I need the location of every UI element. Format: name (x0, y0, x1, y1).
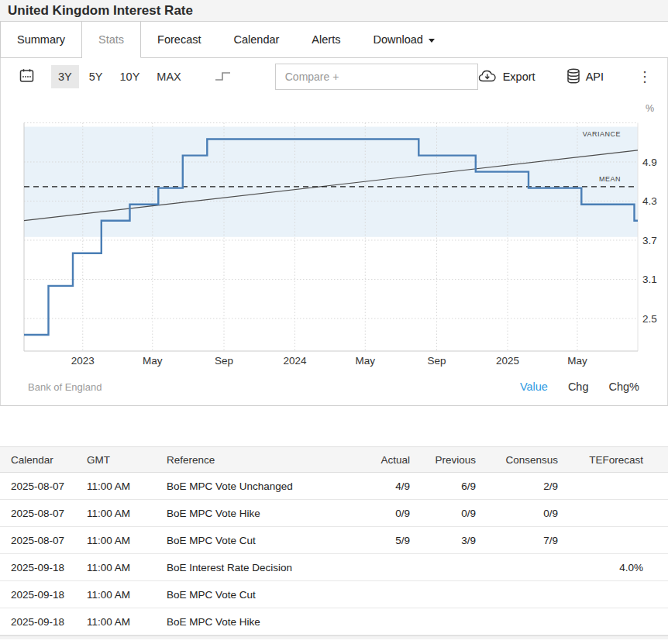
table-cell (362, 554, 418, 581)
date-range-picker-button[interactable] (16, 65, 37, 88)
tab-summary[interactable]: Summary (0, 22, 82, 57)
tab-download[interactable]: Download (356, 22, 451, 57)
table-cell: BoE Interest Rate Decision (167, 554, 362, 581)
column-header: Previous (418, 447, 484, 473)
table-cell: BoE MPC Vote Cut (167, 581, 362, 608)
table-cell (566, 527, 668, 554)
toolbar-right-group: Export API ⋮ (478, 68, 656, 86)
y-tick-label: 3.1 (642, 274, 657, 285)
table-cell: BoE MPC Vote Hike (167, 500, 362, 527)
table-cell: 3/9 (418, 527, 484, 554)
table-cell: 6/9 (418, 473, 484, 500)
x-tick-label: Sep (215, 355, 233, 367)
tab-calendar[interactable]: Calendar (218, 22, 296, 57)
api-button[interactable]: API (566, 68, 604, 86)
tab-label: Stats (98, 33, 124, 46)
table-cell: 0/9 (418, 500, 484, 527)
column-header: Actual (362, 447, 418, 473)
kebab-menu-button[interactable]: ⋮ (633, 68, 656, 85)
column-header: Calendar (0, 447, 87, 473)
table-row[interactable]: 2025-09-1811:00 AMBoE Interest Rate Deci… (0, 554, 668, 581)
column-header: GMT (87, 447, 167, 473)
rate-chart[interactable]: VARIANCEMEAN4.94.33.73.12.5%2023MaySep20… (1, 95, 668, 368)
export-label: Export (503, 71, 535, 83)
table-cell: 11:00 AM (87, 527, 167, 554)
tab-label: Summary (17, 33, 65, 46)
table-cell: 11:00 AM (87, 554, 167, 581)
table-cell: 2/9 (484, 473, 566, 500)
range-3y-button[interactable]: 3Y (51, 65, 79, 88)
table-cell: 2025-08-07 (0, 500, 87, 527)
range-5y-button[interactable]: 5Y (82, 65, 110, 88)
y-tick-label: 3.7 (642, 235, 657, 246)
range-max-button[interactable]: MAX (150, 65, 188, 88)
table-cell: 2025-08-07 (0, 473, 87, 500)
table-row[interactable]: 2025-08-0711:00 AMBoE MPC Vote Hike0/90/… (0, 500, 668, 527)
mean-label: MEAN (599, 175, 621, 183)
chart-source: Bank of England (28, 381, 102, 393)
table-row[interactable]: 2025-08-0711:00 AMBoE MPC Vote Cut5/93/9… (0, 527, 668, 554)
table-cell: 0/9 (484, 500, 566, 527)
table-cell: 0/9 (362, 500, 418, 527)
column-header: Consensus (484, 447, 566, 473)
table-cell: 4/9 (362, 473, 418, 500)
tab-forecast[interactable]: Forecast (141, 22, 217, 57)
chart-mode-links: Value Chg Chg% (520, 381, 639, 393)
table-cell (566, 500, 668, 527)
table-cell: 2025-08-07 (0, 527, 87, 554)
calendar-table: CalendarGMTReferenceActualPreviousConsen… (0, 446, 668, 635)
cloud-download-icon (478, 69, 498, 85)
table-row[interactable]: 2025-09-1811:00 AMBoE MPC Vote Cut (0, 581, 668, 608)
chart-type-button[interactable] (212, 67, 235, 87)
calendar-table-header: CalendarGMTReferenceActualPreviousConsen… (0, 447, 668, 473)
table-cell (418, 608, 484, 635)
table-row[interactable]: 2025-08-0711:00 AMBoE MPC Vote Unchanged… (0, 473, 668, 500)
table-cell: 2025-09-18 (0, 554, 87, 581)
api-label: API (586, 71, 604, 83)
table-cell (362, 608, 418, 635)
caret-down-icon (429, 39, 435, 43)
table-cell: 11:00 AM (87, 581, 167, 608)
calendar-icon (19, 68, 34, 85)
table-cell (362, 581, 418, 608)
column-header: Reference (167, 447, 362, 473)
x-tick-label: 2025 (496, 355, 519, 367)
tab-alerts[interactable]: Alerts (295, 22, 356, 57)
table-cell: 2025-09-18 (0, 608, 87, 635)
tab-label: Forecast (157, 33, 201, 46)
table-cell: 11:00 AM (87, 608, 167, 635)
table-row[interactable]: 2025-09-1811:00 AMBoE MPC Vote Hike (0, 608, 668, 635)
tab-label: Alerts (312, 33, 340, 46)
table-cell: 11:00 AM (87, 500, 167, 527)
range-selector: 3Y 5Y 10Y MAX (51, 65, 188, 88)
table-cell (566, 473, 668, 500)
y-tick-label: 2.5 (642, 313, 657, 325)
table-cell (566, 608, 668, 635)
export-button[interactable]: Export (478, 69, 535, 85)
chg-link[interactable]: Chg (568, 381, 589, 393)
value-link[interactable]: Value (520, 381, 548, 393)
variance-label: VARIANCE (583, 130, 621, 138)
y-axis-unit: % (646, 103, 654, 114)
x-tick-label: 2024 (283, 355, 307, 367)
chgpct-link[interactable]: Chg% (609, 381, 640, 393)
chart-footer: Bank of England Value Chg Chg% (1, 368, 667, 405)
table-cell (418, 581, 484, 608)
tab-label: Calendar (234, 33, 280, 46)
calendar-table-body: 2025-08-0711:00 AMBoE MPC Vote Unchanged… (0, 473, 668, 635)
database-icon (566, 68, 580, 86)
x-tick-label: May (143, 355, 163, 367)
chart-toolbar: 3Y 5Y 10Y MAX Export API ⋮ (1, 58, 667, 95)
table-cell: BoE MPC Vote Hike (167, 608, 362, 635)
table-cell: 5/9 (362, 527, 418, 554)
table-cell (566, 581, 668, 608)
table-cell (484, 554, 566, 581)
tab-label: Download (373, 33, 423, 46)
table-cell: 7/9 (484, 527, 566, 554)
step-line-icon (215, 71, 232, 84)
page-title: United Kingdom Interest Rate (8, 3, 193, 19)
range-10y-button[interactable]: 10Y (113, 65, 147, 88)
compare-input[interactable] (275, 64, 478, 90)
table-cell (484, 581, 566, 608)
tab-stats[interactable]: Stats (82, 22, 141, 58)
